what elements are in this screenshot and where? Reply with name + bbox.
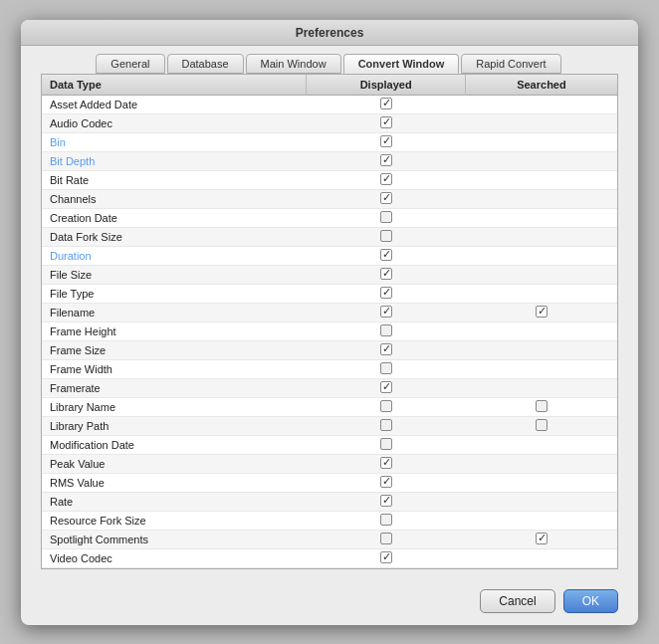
cell-displayed[interactable]	[307, 378, 465, 397]
cell-searched[interactable]	[465, 132, 617, 151]
cell-searched[interactable]	[465, 113, 617, 132]
cell-displayed[interactable]	[307, 132, 465, 151]
cell-searched[interactable]	[465, 265, 617, 284]
cell-searched[interactable]	[465, 492, 617, 511]
cell-displayed[interactable]	[307, 265, 465, 284]
cell-datatype: Bit Depth	[42, 151, 307, 170]
cell-displayed[interactable]	[307, 397, 465, 416]
checkbox-displayed[interactable]	[380, 400, 392, 412]
table-row: Library Path	[42, 416, 617, 435]
tab-main-window[interactable]: Main Window	[246, 54, 341, 74]
cell-searched[interactable]	[465, 397, 617, 416]
cancel-button[interactable]: Cancel	[480, 589, 554, 613]
title-bar: Preferences	[21, 20, 638, 46]
cell-searched[interactable]	[465, 378, 617, 397]
tab-convert-window[interactable]: Convert Window	[343, 54, 460, 74]
checkbox-displayed[interactable]	[380, 211, 392, 223]
checkbox-displayed[interactable]	[380, 514, 392, 526]
checkbox-displayed[interactable]	[380, 495, 392, 507]
cell-searched[interactable]	[465, 548, 617, 567]
cell-displayed[interactable]	[307, 284, 465, 303]
cell-displayed[interactable]	[307, 548, 465, 567]
checkbox-displayed[interactable]	[380, 249, 392, 261]
checkbox-displayed[interactable]	[380, 362, 392, 374]
cell-datatype: Library Path	[42, 416, 307, 435]
checkbox-displayed[interactable]	[380, 343, 392, 355]
checkbox-displayed[interactable]	[380, 192, 392, 204]
checkbox-displayed[interactable]	[380, 551, 392, 563]
cell-searched[interactable]	[465, 530, 617, 548]
cell-datatype: Data Fork Size	[42, 227, 307, 246]
checkbox-displayed[interactable]	[380, 135, 392, 147]
checkbox-displayed[interactable]	[380, 306, 392, 318]
cell-searched[interactable]	[465, 322, 617, 340]
cell-searched[interactable]	[465, 340, 617, 359]
cell-displayed[interactable]	[307, 473, 465, 492]
cell-displayed[interactable]	[307, 246, 465, 265]
checkbox-displayed[interactable]	[380, 533, 392, 544]
ok-button[interactable]: OK	[563, 589, 618, 613]
checkbox-searched[interactable]	[536, 306, 548, 318]
cell-displayed[interactable]	[307, 322, 465, 340]
cell-displayed[interactable]	[307, 340, 465, 359]
tab-rapid-convert[interactable]: Rapid Convert	[461, 54, 560, 74]
cell-displayed[interactable]	[307, 95, 465, 113]
checkbox-displayed[interactable]	[380, 287, 392, 299]
cell-datatype: Rate	[42, 492, 307, 511]
checkbox-displayed[interactable]	[380, 116, 392, 128]
cell-displayed[interactable]	[307, 170, 465, 189]
cell-searched[interactable]	[465, 189, 617, 208]
cell-searched[interactable]	[465, 416, 617, 435]
cell-searched[interactable]	[465, 284, 617, 303]
cell-displayed[interactable]	[307, 303, 465, 322]
checkbox-displayed[interactable]	[380, 98, 392, 109]
checkbox-displayed[interactable]	[380, 154, 392, 166]
table-row: Rate	[42, 492, 617, 511]
cell-displayed[interactable]	[307, 227, 465, 246]
cell-searched[interactable]	[465, 303, 617, 322]
cell-displayed[interactable]	[307, 416, 465, 435]
cell-searched[interactable]	[465, 170, 617, 189]
checkbox-displayed[interactable]	[380, 381, 392, 393]
cell-displayed[interactable]	[307, 511, 465, 530]
cell-displayed[interactable]	[307, 113, 465, 132]
tab-general[interactable]: General	[96, 54, 164, 74]
cell-displayed[interactable]	[307, 454, 465, 473]
cell-displayed[interactable]	[307, 530, 465, 548]
cell-searched[interactable]	[465, 151, 617, 170]
cell-displayed[interactable]	[307, 359, 465, 378]
checkbox-displayed[interactable]	[380, 476, 392, 488]
table-row: File Size	[42, 265, 617, 284]
checkbox-searched[interactable]	[536, 533, 548, 544]
cell-displayed[interactable]	[307, 151, 465, 170]
tab-bar: GeneralDatabaseMain WindowConvert Window…	[21, 46, 638, 74]
cell-searched[interactable]	[465, 435, 617, 454]
cell-searched[interactable]	[465, 246, 617, 265]
checkbox-displayed[interactable]	[380, 268, 392, 280]
col-header-displayed: Displayed	[307, 75, 465, 96]
cell-searched[interactable]	[465, 208, 617, 227]
checkbox-displayed[interactable]	[380, 438, 392, 450]
cell-searched[interactable]	[465, 359, 617, 378]
checkbox-displayed[interactable]	[380, 457, 392, 469]
cell-datatype: Resource Fork Size	[42, 511, 307, 530]
cell-displayed[interactable]	[307, 492, 465, 511]
checkbox-displayed[interactable]	[380, 324, 392, 336]
cell-displayed[interactable]	[307, 189, 465, 208]
cell-searched[interactable]	[465, 95, 617, 113]
cell-displayed[interactable]	[307, 208, 465, 227]
table-row: Frame Height	[42, 322, 617, 340]
table-row: Bin	[42, 132, 617, 151]
tab-database[interactable]: Database	[167, 54, 244, 74]
checkbox-searched[interactable]	[536, 400, 548, 412]
checkbox-displayed[interactable]	[380, 419, 392, 431]
cell-searched[interactable]	[465, 511, 617, 530]
cell-searched[interactable]	[465, 227, 617, 246]
checkbox-searched[interactable]	[536, 419, 548, 431]
cell-searched[interactable]	[465, 454, 617, 473]
table-row: Frame Size	[42, 340, 617, 359]
cell-displayed[interactable]	[307, 435, 465, 454]
cell-searched[interactable]	[465, 473, 617, 492]
checkbox-displayed[interactable]	[380, 173, 392, 185]
checkbox-displayed[interactable]	[380, 230, 392, 242]
